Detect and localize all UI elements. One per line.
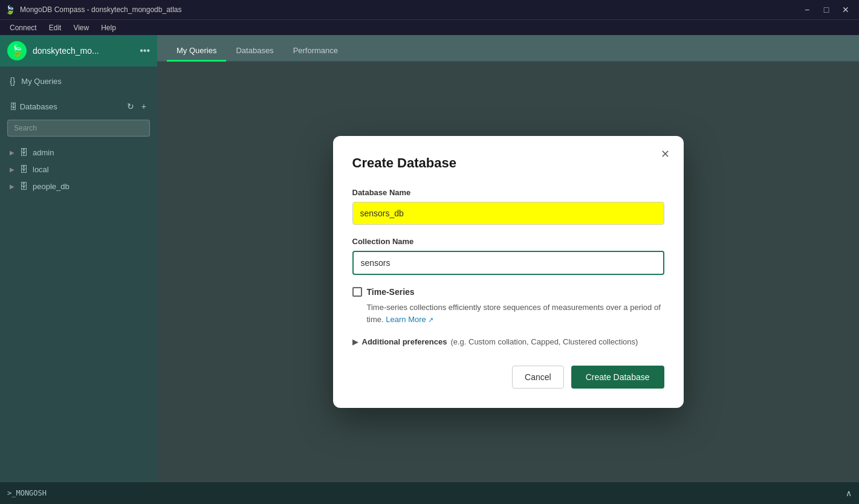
- menu-view[interactable]: View: [68, 22, 94, 33]
- connection-options-icon[interactable]: •••: [140, 45, 150, 56]
- minimize-button[interactable]: −: [799, 1, 815, 18]
- window-title: MongoDB Compass - donskytech_mongodb_atl…: [20, 5, 181, 14]
- tab-performance[interactable]: Performance: [284, 40, 348, 62]
- chevron-icon: ▶: [10, 183, 15, 190]
- db-name: admin: [33, 148, 54, 157]
- db-icon: 🗄: [19, 181, 28, 191]
- chevron-icon: ▶: [10, 166, 15, 173]
- tab-my-queries[interactable]: My Queries: [167, 40, 226, 62]
- sidebar-connection-header[interactable]: 🍃 donskytech_mo... •••: [0, 35, 157, 66]
- database-name-group: Database Name: [352, 188, 664, 225]
- titlebar: 🍃 MongoDB Compass - donskytech_mongodb_a…: [0, 0, 859, 19]
- db-icon: 🗄: [19, 164, 28, 174]
- timeseries-checkbox[interactable]: [352, 287, 362, 297]
- timeseries-description: Time-series collections efficiently stor…: [367, 302, 664, 325]
- add-database-button[interactable]: +: [140, 100, 147, 112]
- collection-name-label: Collection Name: [352, 237, 664, 246]
- db-name: local: [33, 165, 49, 174]
- sidebar-item-label: My Queries: [21, 77, 61, 86]
- cancel-button[interactable]: Cancel: [512, 366, 564, 389]
- sidebar-logo-icon: 🍃: [7, 41, 27, 60]
- additional-prefs-desc: (e.g. Custom collation, Capped, Clustere…: [450, 337, 638, 346]
- database-name-label: Database Name: [352, 188, 664, 197]
- maximize-button[interactable]: □: [818, 1, 835, 18]
- databases-section-icon: 🗄: [10, 102, 18, 111]
- menu-connect[interactable]: Connect: [5, 22, 42, 33]
- chevron-right-icon: ▶: [352, 337, 358, 346]
- additional-preferences-toggle[interactable]: ▶ Additional preferences (e.g. Custom co…: [352, 335, 664, 349]
- additional-prefs-label: Additional preferences: [362, 337, 447, 346]
- timeseries-row: Time-Series: [352, 287, 664, 297]
- databases-section-label: Databases: [20, 102, 126, 111]
- connection-name: donskytech_mo...: [33, 46, 134, 56]
- timeseries-section: Time-Series Time-series collections effi…: [352, 287, 664, 325]
- create-database-modal: ✕ Create Database Database Name Collecti…: [333, 136, 684, 408]
- modal-overlay: ✕ Create Database Database Name Collecti…: [157, 62, 859, 482]
- app-body: 🍃 donskytech_mo... ••• {} My Queries 🗄 D…: [0, 35, 859, 482]
- tab-bar: My Queries Databases Performance: [157, 35, 859, 62]
- main-content: My Queries Databases Performance ✕ Creat…: [157, 35, 859, 482]
- databases-actions: ↻ +: [126, 100, 147, 112]
- chevron-icon: ▶: [10, 149, 15, 156]
- search-input[interactable]: [7, 120, 150, 137]
- queries-icon: {}: [10, 76, 15, 86]
- db-item-admin[interactable]: ▶ 🗄 admin: [0, 144, 157, 161]
- database-name-input[interactable]: [352, 202, 664, 225]
- sidebar-nav: {} My Queries: [0, 66, 157, 95]
- content-area: ✕ Create Database Database Name Collecti…: [157, 62, 859, 482]
- create-database-button[interactable]: Create Database: [571, 366, 664, 389]
- mongosh-label: >_MONGOSH: [7, 489, 47, 497]
- db-name: people_db: [33, 182, 70, 191]
- refresh-databases-button[interactable]: ↻: [126, 100, 135, 112]
- menubar: Connect Edit View Help: [0, 19, 859, 35]
- sidebar-databases-section: 🗄 Databases ↻ +: [0, 95, 157, 117]
- db-icon: 🗄: [19, 147, 28, 157]
- menu-help[interactable]: Help: [96, 22, 121, 33]
- bottom-bar: >_MONGOSH ∧: [0, 482, 859, 504]
- modal-title: Create Database: [352, 155, 664, 171]
- db-item-people-db[interactable]: ▶ 🗄 people_db: [0, 178, 157, 195]
- learn-more-link[interactable]: Learn More ↗: [386, 315, 433, 324]
- collection-name-group: Collection Name: [352, 237, 664, 275]
- database-list: ▶ 🗄 admin ▶ 🗄 local ▶ 🗄 people_db: [0, 141, 157, 197]
- mongosh-expand-icon[interactable]: ∧: [846, 488, 852, 498]
- window-controls: − □ ✕: [799, 1, 854, 18]
- db-item-local[interactable]: ▶ 🗄 local: [0, 161, 157, 178]
- titlebar-left: 🍃 MongoDB Compass - donskytech_mongodb_a…: [5, 5, 181, 15]
- close-button[interactable]: ✕: [837, 1, 854, 18]
- tab-databases[interactable]: Databases: [226, 40, 283, 62]
- modal-close-button[interactable]: ✕: [657, 146, 674, 163]
- external-link-icon: ↗: [428, 316, 433, 323]
- sidebar-item-my-queries[interactable]: {} My Queries: [0, 71, 157, 91]
- collection-name-input[interactable]: [352, 251, 664, 275]
- timeseries-label: Time-Series: [367, 287, 415, 297]
- modal-footer: Cancel Create Database: [352, 366, 664, 389]
- menu-edit[interactable]: Edit: [44, 22, 66, 33]
- sidebar: 🍃 donskytech_mo... ••• {} My Queries 🗄 D…: [0, 35, 157, 482]
- app-logo-icon: 🍃: [5, 5, 15, 15]
